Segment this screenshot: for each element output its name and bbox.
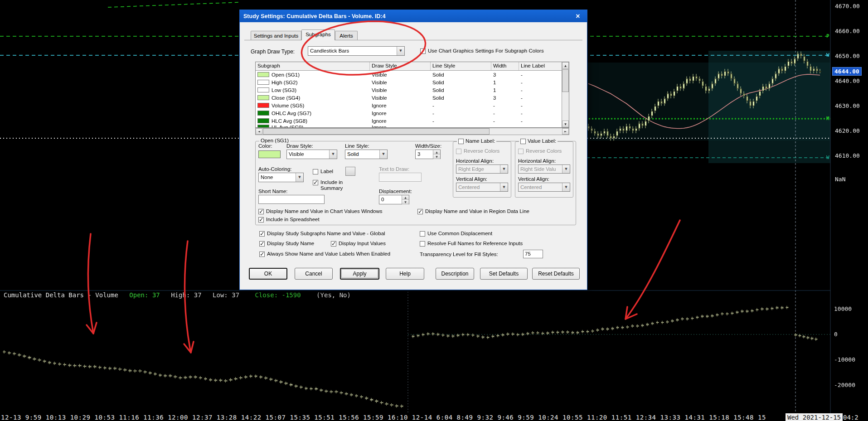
line-style-select[interactable]: Solid▼ xyxy=(345,150,388,159)
use-common-displacement-checkbox[interactable]: Use Common Displacement xyxy=(420,231,492,237)
table-row[interactable]: HLC Avg (SG8) Ignore- -- xyxy=(256,117,569,125)
delta-tick: 10000 xyxy=(834,305,852,312)
tab-baseline xyxy=(244,40,582,40)
set-defaults-button[interactable]: Set Defaults xyxy=(480,268,528,280)
price-marker: W xyxy=(826,155,829,160)
value-label-group: Value Label: Reverse Colors Horizontal A… xyxy=(515,141,573,198)
checkbox-icon xyxy=(259,252,265,257)
display-input-values-checkbox[interactable]: Display Input Values xyxy=(331,241,386,247)
price-tick: 4620.00 xyxy=(835,127,860,134)
name-horizontal-align-select[interactable]: Right Edge▼ xyxy=(456,165,508,174)
tab-alerts[interactable]: Alerts xyxy=(335,31,358,40)
value-horizontal-align-select[interactable]: Right Side Valu▼ xyxy=(518,165,570,174)
color-label: Color: xyxy=(258,143,272,149)
value-label-checkbox[interactable]: Value Label: xyxy=(519,138,558,144)
text-to-draw-field[interactable] xyxy=(379,173,422,182)
col-draw-style[interactable]: Draw Style xyxy=(370,62,431,70)
value-vertical-align-select[interactable]: Centered▼ xyxy=(518,183,570,192)
label-checkbox[interactable]: Label xyxy=(313,169,333,174)
subgraph-table[interactable]: Subgraph Draw Style Line Style Width Lin… xyxy=(255,62,569,128)
table-row[interactable]: High (SG2) VisibleSolid 1- xyxy=(256,78,569,86)
table-row[interactable]: Low (SG3) VisibleSolid 1- xyxy=(256,86,569,94)
scroll-up-icon[interactable]: ▲ xyxy=(562,62,569,69)
table-horizontal-scrollbar[interactable]: ◄ ► xyxy=(255,128,569,135)
width-size-spinner[interactable]: 3 ▲▼ xyxy=(415,150,441,159)
open-sg1-group: Open (SG1) Color: Draw Style: Visible▼ L… xyxy=(255,141,576,225)
transparency-field[interactable]: 75 xyxy=(523,250,543,258)
always-show-labels-checkbox[interactable]: Always Show Name and Value Labels When E… xyxy=(259,251,390,257)
draw-style-select[interactable]: Visible▼ xyxy=(286,150,337,159)
name-vertical-align-select[interactable]: Centered▼ xyxy=(456,183,508,192)
table-row[interactable]: HL Avg (SG9) Ignore- -- xyxy=(256,125,569,128)
color-swatch-button[interactable] xyxy=(258,150,281,158)
displacement-spinner[interactable]: 0 ▲▼ xyxy=(379,195,409,204)
description-button[interactable]: Description xyxy=(436,268,474,280)
text-to-draw-label: Text to Draw: xyxy=(379,166,409,172)
name-reverse-colors-checkbox[interactable]: Reverse Colors xyxy=(456,148,499,154)
table-row[interactable]: Close (SG4) VisibleSolid 3- xyxy=(256,94,569,102)
table-vertical-scrollbar[interactable]: ▲ ▼ xyxy=(562,62,569,127)
chevron-down-icon: ▼ xyxy=(329,150,337,159)
cancel-button[interactable]: Cancel xyxy=(295,268,333,280)
table-row[interactable]: OHLC Avg (SG7) Ignore- -- xyxy=(256,109,569,117)
reset-defaults-button[interactable]: Reset Defaults xyxy=(532,268,580,280)
tab-subgraphs[interactable]: Subgraphs xyxy=(301,29,335,40)
auto-coloring-select[interactable]: None▼ xyxy=(258,173,304,182)
help-button[interactable]: Help xyxy=(386,268,424,280)
resolve-full-names-checkbox[interactable]: Resolve Full Names for Reference Inputs xyxy=(420,241,523,247)
graph-draw-type-select[interactable]: Candlestick Bars ▼ xyxy=(308,46,405,56)
scrollbar-thumb[interactable] xyxy=(562,69,569,92)
label-color-button[interactable] xyxy=(345,167,355,176)
include-in-summary-checkbox[interactable]: Include in Summary xyxy=(313,179,350,191)
vertical-align-label: Vertical Align: xyxy=(518,176,549,182)
price-tick: 4610.00 xyxy=(835,152,860,159)
checkbox-icon xyxy=(420,48,426,54)
apply-button[interactable]: Apply xyxy=(340,268,379,280)
subgraph-color-swatch[interactable] xyxy=(257,118,269,123)
col-width[interactable]: Width xyxy=(491,62,519,70)
subgraphs-global-checkbox[interactable]: Display Study Subgraphs Name and Value -… xyxy=(259,231,385,237)
nan-label: NaN xyxy=(835,176,845,183)
col-subgraph[interactable]: Subgraph xyxy=(256,62,370,70)
col-line-label[interactable]: Line Label xyxy=(519,62,562,70)
subgraph-color-swatch[interactable] xyxy=(257,87,269,92)
scroll-left-icon[interactable]: ◄ xyxy=(256,128,262,135)
tab-settings-and-inputs[interactable]: Settings and Inputs xyxy=(251,31,301,40)
subgraph-color-swatch[interactable] xyxy=(257,103,269,108)
close-icon[interactable]: × xyxy=(569,10,587,22)
subgraph-color-swatch[interactable] xyxy=(257,80,269,85)
subgraph-color-swatch[interactable] xyxy=(257,95,269,100)
width-size-label: Width/Size: xyxy=(415,143,441,149)
line-style-label: Line Style: xyxy=(345,143,369,149)
short-name-field[interactable] xyxy=(258,195,325,204)
table-header[interactable]: Subgraph Draw Style Line Style Width Lin… xyxy=(256,62,569,71)
use-chart-graphics-checkbox[interactable]: Use Chart Graphics Settings For Subgraph… xyxy=(420,48,544,54)
table-row[interactable]: Volume (SG5) Ignore- -- xyxy=(256,102,569,109)
scroll-right-icon[interactable]: ► xyxy=(562,128,569,135)
table-row[interactable]: Open (SG1) VisibleSolid 3- xyxy=(256,71,569,78)
value-reverse-colors-checkbox[interactable]: Reverse Colors xyxy=(518,148,562,154)
spinner-arrows[interactable]: ▲▼ xyxy=(433,150,440,159)
graph-draw-type-value: Candlestick Bars xyxy=(308,47,404,53)
spinner-arrows[interactable]: ▲▼ xyxy=(402,195,409,204)
display-name-region-data-line-checkbox[interactable]: Display Name and Value in Region Data Li… xyxy=(417,208,529,214)
ok-button[interactable]: OK xyxy=(249,268,287,280)
display-name-chart-values-checkbox[interactable]: Display Name and Value in Chart Values W… xyxy=(258,208,383,214)
horizontal-align-label: Horizontal Align: xyxy=(518,158,556,164)
time-axis-suffix: 04:2 xyxy=(843,414,858,421)
subgraph-color-swatch[interactable] xyxy=(257,72,269,77)
subgraph-color-swatch[interactable] xyxy=(257,111,269,116)
chevron-down-icon: ▼ xyxy=(296,173,303,182)
col-line-style[interactable]: Line Style xyxy=(431,62,491,70)
chevron-down-icon: ▼ xyxy=(562,183,570,191)
checkbox-icon xyxy=(331,241,336,247)
scrollbar-thumb[interactable] xyxy=(263,128,490,135)
time-axis[interactable]: 12-13 9:59 10:13 10:29 10:53 11:16 11:36… xyxy=(0,413,868,421)
display-study-name-checkbox[interactable]: Display Study Name xyxy=(259,241,314,247)
scroll-down-icon[interactable]: ▼ xyxy=(562,121,569,127)
dialog-title-bar: Study Settings: Cumulative Delta Bars - … xyxy=(240,10,587,22)
name-label-checkbox[interactable]: Name Label: xyxy=(457,138,496,144)
chevron-down-icon: ▼ xyxy=(397,47,404,55)
include-in-spreadsheet-checkbox[interactable]: Include in Spreadsheet xyxy=(258,217,320,223)
subgraph-color-swatch[interactable] xyxy=(257,125,269,128)
